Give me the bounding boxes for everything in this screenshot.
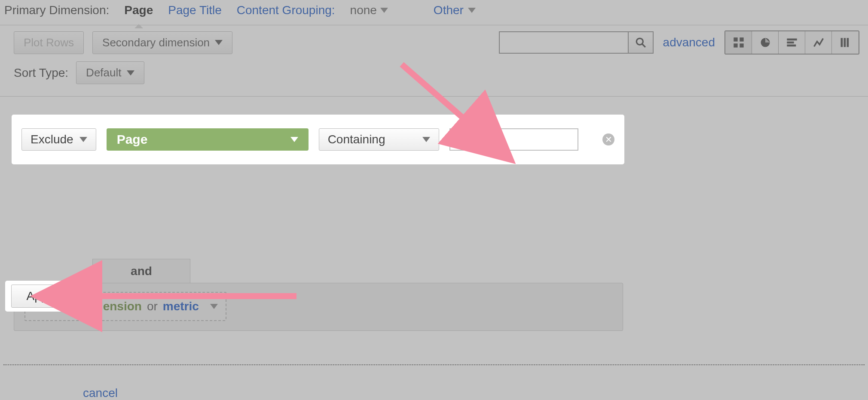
search-input[interactable] [499,31,628,54]
tab-other-label: Other [434,3,464,17]
grid-icon [733,36,745,48]
pivot-icon [839,36,851,48]
svg-rect-4 [734,43,737,47]
svg-line-1 [642,44,645,47]
view-switch [724,30,859,55]
primary-dimension-tabs: Primary Dimension: Page Page Title Conte… [0,0,868,25]
chevron-down-icon [380,8,388,13]
content-grouping-value: none [350,3,377,17]
secondary-dimension-label: Secondary dimension [102,36,210,49]
svg-rect-8 [787,42,794,44]
search-button[interactable] [628,31,654,54]
plot-rows-button[interactable]: Plot Rows [14,31,84,54]
svg-point-0 [636,38,643,45]
plot-rows-label: Plot Rows [24,36,74,49]
tab-page[interactable]: Page [124,3,153,17]
separator [3,364,865,365]
add-condition-container: + Add a dimension or metric [14,283,623,331]
add-metric-word: metric [163,300,199,313]
content-grouping-label: Content Grouping: [237,3,335,17]
svg-rect-5 [740,43,743,47]
filter-condition-row: Exclude Page Containing ✕ [13,116,623,163]
remove-condition-button[interactable]: ✕ [602,133,614,145]
apply-button[interactable]: Apply [11,285,71,308]
add-or-word: or [147,300,158,313]
cancel-link[interactable]: cancel [83,386,118,400]
chevron-down-icon [422,137,430,142]
content-grouping-dropdown[interactable]: none [350,3,388,17]
view-table-button[interactable] [725,31,752,54]
svg-rect-9 [787,45,796,47]
sort-type-dropdown[interactable]: Default [76,61,144,84]
svg-rect-11 [844,38,846,47]
apply-label: Apply [26,289,56,303]
include-exclude-dropdown[interactable]: Exclude [21,128,96,151]
svg-rect-2 [734,37,737,41]
primary-dimension-label: Primary Dimension: [4,3,109,17]
svg-rect-7 [787,39,797,41]
sort-value: Default [86,66,121,79]
view-pivot-button[interactable] [832,31,859,54]
search-box [499,31,654,54]
svg-rect-12 [847,38,849,47]
view-pie-button[interactable] [752,31,779,54]
sort-row: Sort Type: Default [0,60,868,97]
chevron-down-icon [79,137,87,142]
match-type-dropdown[interactable]: Containing [319,128,439,151]
chevron-down-icon [127,70,134,76]
add-dimension-word: dimension [82,300,142,313]
and-connector: and [92,259,190,283]
match-label: Containing [328,133,385,146]
filter-dimension-dropdown[interactable]: Page [107,128,309,151]
advanced-link[interactable]: advanced [663,36,715,49]
chevron-down-icon [210,304,218,309]
exclude-label: Exclude [31,133,73,146]
search-icon [635,37,646,48]
chevron-down-icon [215,40,223,45]
bars-icon [786,36,798,48]
tab-other[interactable]: Other [434,3,476,17]
close-icon: ✕ [605,134,612,145]
sort-label: Sort Type: [14,66,68,80]
secondary-dimension-dropdown[interactable]: Secondary dimension [92,31,232,54]
performance-icon [813,36,825,48]
chevron-down-icon [468,8,476,13]
view-bars-button[interactable] [779,31,805,54]
chevron-down-icon [290,137,298,142]
view-performance-button[interactable] [805,31,832,54]
filter-dimension-label: Page [117,132,148,147]
pie-icon [759,36,771,48]
toolbar: Plot Rows Secondary dimension advanced [0,25,868,60]
svg-rect-10 [841,38,843,47]
filter-value-input[interactable] [449,128,578,151]
tab-page-title[interactable]: Page Title [168,3,222,17]
svg-rect-3 [740,37,743,41]
